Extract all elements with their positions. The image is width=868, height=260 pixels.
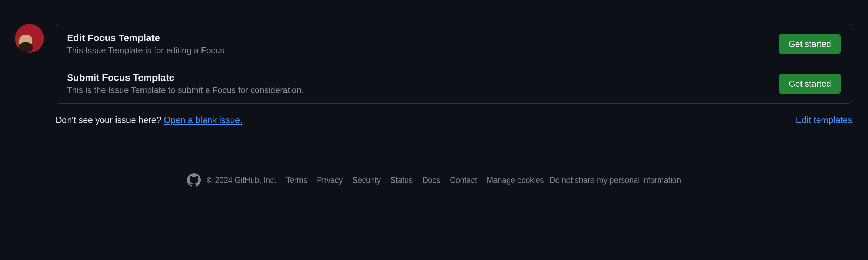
footer-privacy-link[interactable]: Privacy: [317, 176, 343, 185]
avatar-beard: [19, 42, 33, 53]
template-title: Edit Focus Template: [67, 33, 224, 44]
page-footer: © 2024 GitHub, Inc. Terms Privacy Securi…: [0, 173, 868, 187]
user-avatar[interactable]: [15, 24, 44, 53]
template-text: Submit Focus Template This is the Issue …: [67, 72, 304, 95]
template-list: Edit Focus Template This Issue Template …: [56, 24, 852, 104]
github-icon: [187, 173, 201, 187]
template-title: Submit Focus Template: [67, 72, 304, 83]
template-item-edit-focus: Edit Focus Template This Issue Template …: [56, 24, 852, 64]
footer-brand: © 2024 GitHub, Inc.: [187, 173, 276, 187]
edit-templates-link[interactable]: Edit templates: [796, 115, 852, 125]
blank-issue-prompt: Don't see your issue here? Open a blank …: [56, 115, 243, 125]
template-description: This is the Issue Template to submit a F…: [67, 85, 304, 95]
footer-manage-cookies-link[interactable]: Manage cookies: [487, 176, 544, 185]
footer-security-link[interactable]: Security: [352, 176, 381, 185]
template-chooser-container: Edit Focus Template This Issue Template …: [0, 24, 868, 104]
footer-docs-link[interactable]: Docs: [422, 176, 440, 185]
footer-contact-link[interactable]: Contact: [450, 176, 477, 185]
template-text: Edit Focus Template This Issue Template …: [67, 33, 224, 55]
get-started-button[interactable]: Get started: [779, 74, 841, 94]
below-list-row: Don't see your issue here? Open a blank …: [0, 115, 868, 125]
template-description: This Issue Template is for editing a Foc…: [67, 46, 224, 55]
blank-prompt-text: Don't see your issue here?: [56, 115, 164, 125]
footer-terms-link[interactable]: Terms: [286, 176, 307, 185]
footer-copyright: © 2024 GitHub, Inc.: [207, 176, 276, 185]
open-blank-issue-link[interactable]: Open a blank issue.: [164, 115, 243, 125]
footer-do-not-share-link[interactable]: Do not share my personal information: [550, 176, 681, 185]
footer-cookie-group: Manage cookies Do not share my personal …: [487, 176, 681, 185]
footer-status-link[interactable]: Status: [390, 176, 413, 185]
get-started-button[interactable]: Get started: [779, 34, 841, 54]
template-item-submit-focus: Submit Focus Template This is the Issue …: [56, 64, 852, 103]
